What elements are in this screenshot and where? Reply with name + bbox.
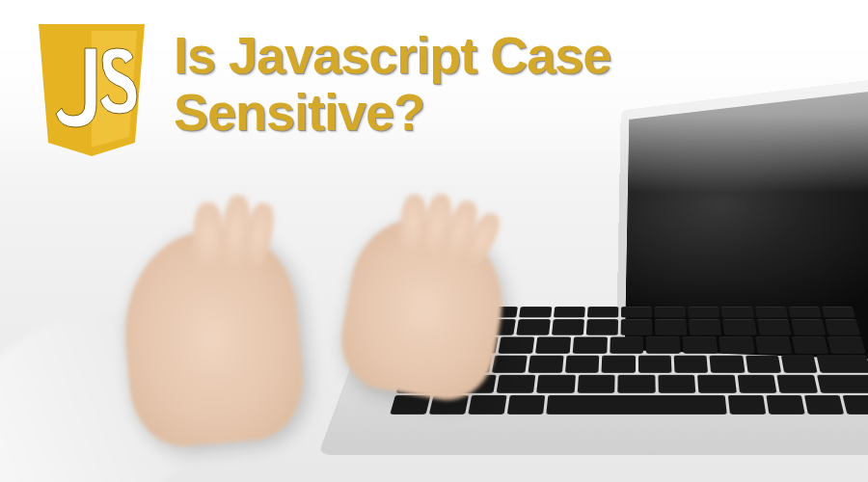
page-title: Is Javascript Case Sensitive? [174, 27, 610, 142]
title-line-2: Sensitive? [174, 84, 610, 141]
title-line-1: Is Javascript Case [174, 27, 610, 84]
js-logo-icon [29, 19, 154, 159]
hero-banner: Is Javascript Case Sensitive? [0, 0, 868, 482]
